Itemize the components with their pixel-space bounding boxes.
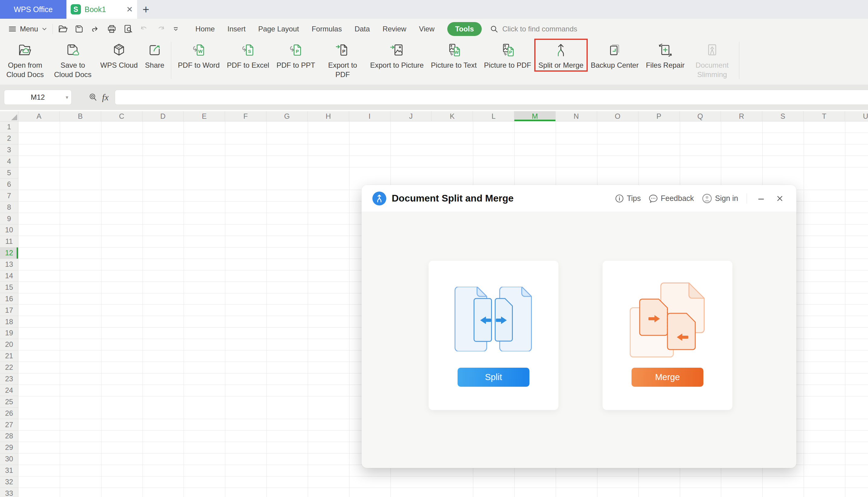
- row-header-31[interactable]: 31: [0, 465, 18, 477]
- toolbar-item-share[interactable]: Share: [141, 39, 168, 71]
- cell-name-box[interactable]: M12 ▾: [4, 90, 72, 105]
- column-header-K[interactable]: K: [432, 111, 473, 121]
- tips-button[interactable]: Tips: [614, 194, 640, 203]
- toolbar-item-backup-center[interactable]: Backup Center: [587, 39, 642, 71]
- column-header-D[interactable]: D: [143, 111, 184, 121]
- name-box-caret-icon[interactable]: ▾: [66, 94, 68, 101]
- toolbar-item-save-to-cloud-docs[interactable]: Save to Cloud Docs: [49, 39, 97, 80]
- split-card[interactable]: Split: [429, 261, 559, 410]
- row-header-22[interactable]: 22: [0, 362, 18, 373]
- row-header-27[interactable]: 27: [0, 419, 18, 430]
- ribbon-tab-formulas[interactable]: Formulas: [312, 25, 342, 33]
- row-header-30[interactable]: 30: [0, 454, 18, 465]
- wps-office-menu-button[interactable]: WPS Office: [0, 0, 67, 19]
- row-header-16[interactable]: 16: [0, 293, 18, 304]
- toolbar-item-open-from-cloud-docs[interactable]: Open from Cloud Docs: [1, 39, 49, 80]
- row-header-7[interactable]: 7: [0, 190, 18, 201]
- row-header-1[interactable]: 1: [0, 122, 18, 133]
- row-header-9[interactable]: 9: [0, 213, 18, 225]
- column-header-L[interactable]: L: [473, 111, 514, 121]
- row-header-33[interactable]: 33: [0, 488, 18, 497]
- column-header-G[interactable]: G: [266, 111, 308, 121]
- toolbar-item-pdf-to-ppt[interactable]: PPDF to PPT: [273, 39, 319, 71]
- column-header-B[interactable]: B: [60, 111, 101, 121]
- merge-card[interactable]: Merge: [603, 261, 733, 410]
- ribbon-tab-insert[interactable]: Insert: [228, 25, 246, 33]
- row-header-13[interactable]: 13: [0, 259, 18, 270]
- column-header-S[interactable]: S: [762, 111, 804, 121]
- toolbar-item-pdf-to-excel[interactable]: SPDF to Excel: [223, 39, 273, 71]
- print-preview-icon[interactable]: [123, 24, 133, 34]
- toolbar-item-picture-to-text[interactable]: WPicture to Text: [428, 39, 480, 71]
- column-header-E[interactable]: E: [184, 111, 225, 121]
- save-icon[interactable]: [74, 24, 84, 34]
- column-header-N[interactable]: N: [556, 111, 597, 121]
- close-dialog-button[interactable]: [774, 193, 785, 204]
- column-header-F[interactable]: F: [225, 111, 266, 121]
- row-header-21[interactable]: 21: [0, 351, 18, 362]
- column-header-P[interactable]: P: [638, 111, 680, 121]
- row-header-25[interactable]: 25: [0, 396, 18, 408]
- ribbon-tab-home[interactable]: Home: [196, 25, 215, 33]
- formula-input[interactable]: [115, 90, 868, 105]
- row-header-26[interactable]: 26: [0, 408, 18, 419]
- split-button[interactable]: Split: [458, 368, 530, 387]
- column-header-J[interactable]: J: [391, 111, 432, 121]
- row-header-8[interactable]: 8: [0, 201, 18, 213]
- close-tab-icon[interactable]: ✕: [126, 5, 133, 13]
- toolbar-item-export-to-pdf[interactable]: PExport to PDF: [319, 39, 366, 80]
- command-search[interactable]: [490, 25, 603, 33]
- toolbar-item-picture-to-pdf[interactable]: PPicture to PDF: [480, 39, 535, 71]
- sign-in-button[interactable]: Sign in: [701, 193, 738, 204]
- ribbon-tab-data[interactable]: Data: [355, 25, 370, 33]
- search-input[interactable]: [502, 25, 603, 33]
- toolbar-item-wps-cloud[interactable]: WPS Cloud: [97, 39, 141, 71]
- row-header-19[interactable]: 19: [0, 327, 18, 339]
- row-header-28[interactable]: 28: [0, 430, 18, 442]
- column-header-T[interactable]: T: [804, 111, 845, 121]
- menu-button[interactable]: Menu: [0, 25, 48, 33]
- row-header-5[interactable]: 5: [0, 167, 18, 179]
- row-header-11[interactable]: 11: [0, 236, 18, 247]
- row-header-32[interactable]: 32: [0, 477, 18, 488]
- merge-button[interactable]: Merge: [632, 368, 704, 387]
- new-tab-button[interactable]: +: [137, 0, 155, 19]
- row-header-12[interactable]: 12: [0, 247, 18, 259]
- toolbar-item-split-or-merge[interactable]: Split or Merge: [535, 39, 587, 71]
- collapse-toolbar-button[interactable]: [172, 25, 180, 33]
- toolbar-item-pdf-to-word[interactable]: WPDF to Word: [174, 39, 223, 71]
- toolbar-item-files-repair[interactable]: Files Repair: [642, 39, 688, 71]
- zoom-formula-icon[interactable]: [88, 93, 98, 102]
- insert-function-fx[interactable]: fx: [102, 92, 109, 102]
- ribbon-tab-view[interactable]: View: [419, 25, 435, 33]
- ribbon-tab-page-layout[interactable]: Page Layout: [258, 25, 299, 33]
- toolbar-item-export-to-picture[interactable]: Export to Picture: [366, 39, 427, 71]
- minimize-button[interactable]: [755, 193, 767, 204]
- column-header-Q[interactable]: Q: [680, 111, 721, 121]
- column-header-U[interactable]: U: [845, 111, 868, 121]
- row-header-29[interactable]: 29: [0, 442, 18, 454]
- row-header-4[interactable]: 4: [0, 156, 18, 167]
- row-header-18[interactable]: 18: [0, 316, 18, 327]
- column-header-M[interactable]: M: [514, 111, 556, 121]
- row-header-2[interactable]: 2: [0, 133, 18, 144]
- feedback-button[interactable]: Feedback: [648, 193, 694, 204]
- column-header-A[interactable]: A: [18, 111, 60, 121]
- ribbon-tab-tools[interactable]: Tools: [447, 22, 482, 36]
- ribbon-tab-review[interactable]: Review: [383, 25, 406, 33]
- output-icon[interactable]: [90, 24, 101, 34]
- row-header-6[interactable]: 6: [0, 179, 18, 190]
- row-header-24[interactable]: 24: [0, 385, 18, 396]
- row-header-15[interactable]: 15: [0, 282, 18, 293]
- column-header-H[interactable]: H: [308, 111, 349, 121]
- row-header-10[interactable]: 10: [0, 225, 18, 236]
- row-header-17[interactable]: 17: [0, 304, 18, 316]
- document-tab[interactable]: S Book1 ✕: [67, 0, 137, 19]
- select-all-corner[interactable]: [0, 111, 18, 122]
- row-header-14[interactable]: 14: [0, 270, 18, 282]
- row-header-23[interactable]: 23: [0, 373, 18, 385]
- row-header-3[interactable]: 3: [0, 144, 18, 156]
- print-icon[interactable]: [106, 24, 117, 34]
- column-header-R[interactable]: R: [721, 111, 762, 121]
- column-header-O[interactable]: O: [597, 111, 638, 121]
